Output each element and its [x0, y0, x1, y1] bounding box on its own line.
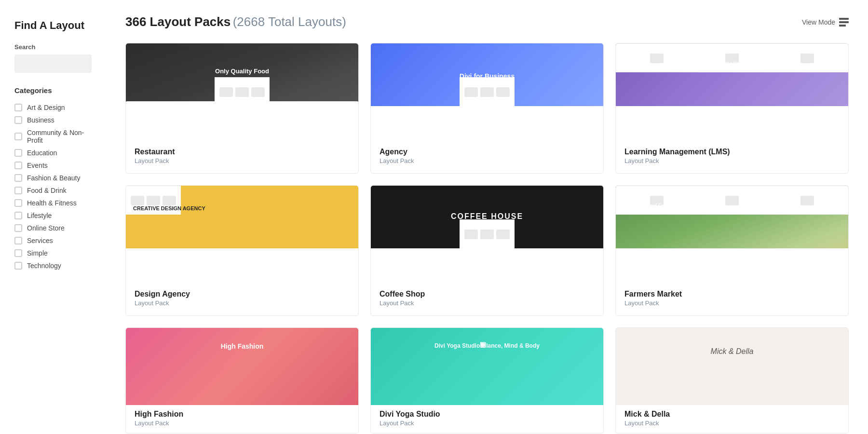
card-title-yoga-partial: Divi Yoga Studio	[380, 410, 595, 419]
category-label-art-design: Art & Design	[27, 104, 65, 111]
card-farmers-market[interactable]: Farmers MarketLayout Pack	[615, 185, 849, 316]
card-subtitle-coffee-shop: Layout Pack	[380, 299, 595, 307]
categories-label: Categories	[14, 86, 92, 95]
category-checkbox-technology[interactable]	[14, 262, 22, 270]
sidebar-title: Find A Layout	[14, 19, 92, 32]
category-item-food[interactable]: Food & Drink	[14, 184, 92, 197]
card-title-coffee-shop: Coffee Shop	[380, 290, 595, 298]
thumb-preview-dot	[800, 54, 814, 63]
thumb-preview-dot	[147, 196, 160, 205]
category-item-services[interactable]: Services	[14, 234, 92, 247]
thumb-preview-dot	[235, 87, 249, 97]
category-item-online-store[interactable]: Online Store	[14, 222, 92, 234]
card-title-mick-partial: Mick & Della	[624, 410, 840, 419]
thumb-preview-dot	[496, 230, 510, 239]
card-restaurant[interactable]: RestaurantLayout Pack	[125, 43, 359, 174]
category-checkbox-services[interactable]	[14, 237, 22, 244]
card-info-yoga-partial: Divi Yoga StudioLayout Pack	[371, 405, 603, 433]
card-preview-farmers-market	[616, 186, 848, 215]
thumb-preview-dot	[496, 87, 510, 97]
card-fashion-partial[interactable]: High FashionLayout Pack	[125, 327, 359, 434]
category-label-simple: Simple	[27, 249, 48, 257]
view-mode-button[interactable]: View Mode	[802, 18, 849, 27]
card-info-lms: Learning Management (LMS)Layout Pack	[616, 140, 848, 173]
category-label-events: Events	[27, 162, 48, 169]
thumb-preview-dot	[650, 196, 664, 205]
card-image-design-agency	[126, 186, 358, 282]
category-label-education: Education	[27, 149, 57, 157]
thumb-preview-dot	[480, 87, 494, 97]
view-mode-icon	[839, 18, 849, 27]
card-preview-coffee-shop	[460, 219, 515, 248]
category-item-simple[interactable]: Simple	[14, 247, 92, 259]
card-info-farmers-market: Farmers MarketLayout Pack	[616, 282, 848, 315]
category-item-education[interactable]: Education	[14, 147, 92, 159]
pack-count-title: 366 Layout Packs	[125, 14, 231, 29]
thumb-preview-dot	[464, 230, 478, 239]
main-header: 366 Layout Packs (2668 Total Layouts) Vi…	[125, 14, 849, 29]
thumb-preview-dot	[650, 54, 664, 63]
category-item-health[interactable]: Health & Fitness	[14, 197, 92, 209]
thumb-preview-dot	[725, 196, 739, 205]
category-checkbox-events[interactable]	[14, 162, 22, 169]
card-lms[interactable]: Learning Management (LMS)Layout Pack	[615, 43, 849, 174]
category-checkbox-food[interactable]	[14, 187, 22, 194]
card-info-coffee-shop: Coffee ShopLayout Pack	[371, 282, 603, 315]
card-image-fashion-partial	[126, 328, 358, 405]
thumb-preview-dot	[219, 87, 233, 97]
card-title-agency: Agency	[380, 148, 595, 156]
layout-grid: RestaurantLayout PackAgencyLayout PackLe…	[125, 43, 849, 434]
card-title-farmers-market: Farmers Market	[624, 290, 840, 298]
card-info-mick-partial: Mick & DellaLayout Pack	[616, 405, 848, 433]
card-agency[interactable]: AgencyLayout Pack	[370, 43, 604, 174]
search-input[interactable]	[14, 54, 92, 73]
card-design-agency[interactable]: Design AgencyLayout Pack	[125, 185, 359, 316]
main-content: 366 Layout Packs (2668 Total Layouts) Vi…	[106, 0, 868, 434]
category-checkbox-community[interactable]	[14, 133, 22, 140]
card-mick-partial[interactable]: Mick & DellaLayout Pack	[615, 327, 849, 434]
card-preview-design-agency	[126, 186, 181, 215]
category-checkbox-online-store[interactable]	[14, 224, 22, 232]
card-info-restaurant: RestaurantLayout Pack	[126, 140, 358, 173]
category-item-business[interactable]: Business	[14, 114, 92, 126]
card-info-agency: AgencyLayout Pack	[371, 140, 603, 173]
category-item-events[interactable]: Events	[14, 159, 92, 172]
card-title-design-agency: Design Agency	[135, 290, 350, 298]
category-label-business: Business	[27, 116, 54, 124]
category-checkbox-lifestyle[interactable]	[14, 212, 22, 219]
thumb-preview-dot	[163, 196, 176, 205]
card-subtitle-design-agency: Layout Pack	[135, 299, 350, 307]
pack-count-container: 366 Layout Packs (2668 Total Layouts)	[125, 14, 346, 29]
card-image-yoga-partial	[371, 328, 603, 405]
category-item-art-design[interactable]: Art & Design	[14, 101, 92, 114]
card-info-fashion-partial: High FashionLayout Pack	[126, 405, 358, 433]
category-label-food: Food & Drink	[27, 187, 67, 194]
category-label-fashion: Fashion & Beauty	[27, 174, 81, 182]
thumb-preview-dot	[725, 54, 739, 63]
category-checkbox-fashion[interactable]	[14, 174, 22, 182]
card-yoga-partial[interactable]: Divi Yoga StudioLayout Pack	[370, 327, 604, 434]
category-checkbox-business[interactable]	[14, 116, 22, 124]
card-title-fashion-partial: High Fashion	[135, 410, 350, 419]
card-subtitle-mick-partial: Layout Pack	[624, 420, 840, 427]
category-checkbox-health[interactable]	[14, 199, 22, 207]
card-image-farmers-market	[616, 186, 848, 282]
card-coffee-shop[interactable]: Coffee ShopLayout Pack	[370, 185, 604, 316]
card-image-mick-partial	[616, 328, 848, 405]
category-checkbox-art-design[interactable]	[14, 104, 22, 111]
category-item-lifestyle[interactable]: Lifestyle	[14, 209, 92, 222]
card-subtitle-lms: Layout Pack	[624, 157, 840, 164]
category-checkbox-simple[interactable]	[14, 249, 22, 257]
category-label-services: Services	[27, 237, 53, 244]
category-item-community[interactable]: Community & Non-Profit	[14, 126, 92, 147]
category-item-technology[interactable]: Technology	[14, 259, 92, 272]
category-checkbox-education[interactable]	[14, 149, 22, 157]
category-label-lifestyle: Lifestyle	[27, 212, 52, 219]
card-subtitle-fashion-partial: Layout Pack	[135, 420, 350, 427]
search-label: Search	[14, 43, 92, 51]
category-label-community: Community & Non-Profit	[27, 129, 92, 144]
categories-list: Art & DesignBusinessCommunity & Non-Prof…	[14, 101, 92, 272]
category-label-technology: Technology	[27, 262, 61, 270]
category-item-fashion[interactable]: Fashion & Beauty	[14, 172, 92, 184]
card-image-coffee-shop	[371, 186, 603, 282]
